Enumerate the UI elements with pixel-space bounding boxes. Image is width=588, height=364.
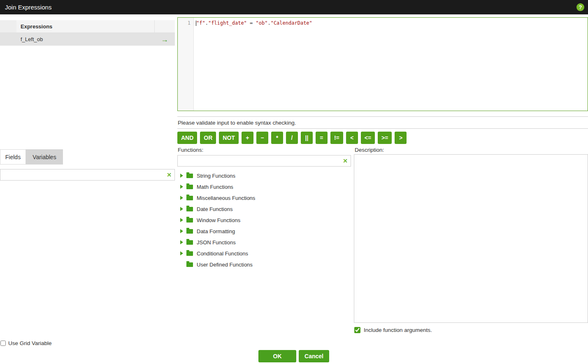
operator-minus-button[interactable]: − <box>256 132 268 144</box>
code-token: "ob" <box>256 20 268 26</box>
expression-row[interactable]: f_Left_ob → <box>0 33 175 46</box>
operator-multiply-button[interactable]: * <box>271 132 283 144</box>
folder-label: Conditional Functions <box>197 250 248 257</box>
description-label: Description: <box>355 147 384 153</box>
arrow-right-icon[interactable]: → <box>154 36 175 43</box>
line-number: 1 <box>178 20 193 26</box>
operator-divide-button[interactable]: / <box>286 132 298 144</box>
operator-greater-equal-button[interactable]: >= <box>378 132 392 144</box>
code-token: . <box>267 20 270 26</box>
folder-icon <box>186 196 193 200</box>
folder-label: Window Functions <box>197 217 240 223</box>
ok-button[interactable]: OK <box>258 350 296 362</box>
function-folder-row[interactable]: Math Functions <box>180 181 255 192</box>
validation-message: Please validate input to enable syntax c… <box>177 116 588 129</box>
operator-plus-button[interactable]: + <box>242 132 253 144</box>
editor-gutter: 1 <box>178 18 194 111</box>
tab-fields[interactable]: Fields <box>0 149 26 165</box>
include-arguments-checkbox[interactable] <box>354 327 360 333</box>
functions-search-input[interactable] <box>178 155 340 166</box>
expression-editor[interactable]: 1 "f"."flight_date" = "ob"."CalendarDate… <box>177 17 588 111</box>
code-token: "CalendarDate" <box>271 20 312 26</box>
page-title: Join Expressions <box>5 4 51 11</box>
include-arguments-row: Include function arguments. <box>354 327 432 333</box>
description-box <box>354 154 588 323</box>
function-folder-row[interactable]: Window Functions <box>180 215 255 225</box>
functions-tree: String Functions Math Functions Miscella… <box>180 170 255 270</box>
function-folder-row[interactable]: Date Functions <box>180 204 255 214</box>
operator-or-button[interactable]: OR <box>200 132 216 144</box>
folder-icon <box>186 185 193 189</box>
folder-icon <box>186 240 193 245</box>
code-token: "f" <box>196 20 205 26</box>
expand-triangle-icon[interactable] <box>180 229 183 233</box>
folder-label: String Functions <box>197 173 235 179</box>
function-folder-row[interactable]: JSON Functions <box>180 237 255 248</box>
function-folder-row[interactable]: String Functions <box>180 170 255 181</box>
folder-icon <box>186 218 193 223</box>
cancel-button[interactable]: Cancel <box>299 350 329 362</box>
include-arguments-label: Include function arguments. <box>364 327 432 333</box>
expressions-header-label: Expressions <box>16 23 154 30</box>
operator-and-button[interactable]: AND <box>177 132 197 144</box>
function-folder-row[interactable]: Data Formatting <box>180 226 255 236</box>
expression-name: f_Left_ob <box>0 36 154 42</box>
expressions-action-column <box>154 20 175 32</box>
tab-variables[interactable]: Variables <box>26 149 63 165</box>
use-grid-variable-label: Use Grid Variable <box>8 340 52 346</box>
fields-variables-tabs: Fields Variables <box>0 149 63 165</box>
function-folder-row[interactable]: Miscellaneous Functions <box>180 192 255 203</box>
operator-not-equals-button[interactable]: != <box>330 132 343 144</box>
operator-equals-button[interactable]: = <box>316 132 328 144</box>
folder-label: Math Functions <box>197 184 233 190</box>
code-token: . <box>205 20 208 26</box>
use-grid-variable-checkbox[interactable] <box>0 341 6 346</box>
use-grid-variable-row: Use Grid Variable <box>0 340 52 346</box>
folder-icon <box>186 251 193 256</box>
function-folder-row[interactable]: Conditional Functions <box>180 248 255 259</box>
expand-triangle-icon[interactable] <box>180 218 183 222</box>
folder-label: JSON Functions <box>197 239 236 246</box>
expressions-panel: Expressions f_Left_ob → <box>0 20 175 46</box>
expressions-handle-column <box>0 20 16 32</box>
expand-triangle-icon[interactable] <box>180 240 183 244</box>
functions-search-box: ✕ <box>177 155 351 167</box>
dialog-titlebar: Join Expressions <box>0 0 588 14</box>
clear-search-icon[interactable]: ✕ <box>167 172 172 178</box>
code-token: = <box>247 20 256 26</box>
help-icon: ? <box>579 4 582 10</box>
expand-triangle-icon[interactable] <box>180 174 183 178</box>
operator-less-than-button[interactable]: < <box>346 132 358 144</box>
folder-label: Date Functions <box>197 206 232 212</box>
folder-icon <box>186 262 193 267</box>
editor-code-area[interactable]: "f"."flight_date" = "ob"."CalendarDate" <box>194 18 588 111</box>
help-button[interactable]: ? <box>576 3 584 11</box>
expand-triangle-icon[interactable] <box>180 196 183 200</box>
expand-triangle-icon[interactable] <box>180 207 183 211</box>
operator-concat-button[interactable]: || <box>301 132 313 144</box>
folder-label: Data Formatting <box>197 228 235 234</box>
operator-greater-than-button[interactable]: > <box>395 132 407 144</box>
expand-triangle-icon[interactable] <box>180 251 183 255</box>
clear-search-icon[interactable]: ✕ <box>343 158 348 164</box>
code-line: "f"."flight_date" = "ob"."CalendarDate" <box>196 20 588 26</box>
folder-label: User Defined Functions <box>197 262 253 268</box>
operator-less-equal-button[interactable]: <= <box>361 132 375 144</box>
folder-icon <box>186 174 193 178</box>
variables-search-input[interactable] <box>0 169 164 180</box>
expand-triangle-icon[interactable] <box>180 185 183 189</box>
variables-search-box: ✕ <box>0 169 175 181</box>
expressions-header: Expressions <box>0 20 175 33</box>
operator-toolbar: AND OR NOT + − * / || = != < <= >= > <box>177 132 407 144</box>
code-token: "flight_date" <box>208 20 247 26</box>
folder-icon <box>186 229 193 234</box>
function-folder-row[interactable]: User Defined Functions <box>180 259 255 270</box>
folder-label: Miscellaneous Functions <box>197 195 255 201</box>
operator-not-button[interactable]: NOT <box>219 132 239 144</box>
folder-icon <box>186 207 193 211</box>
functions-label: Functions: <box>178 147 203 153</box>
